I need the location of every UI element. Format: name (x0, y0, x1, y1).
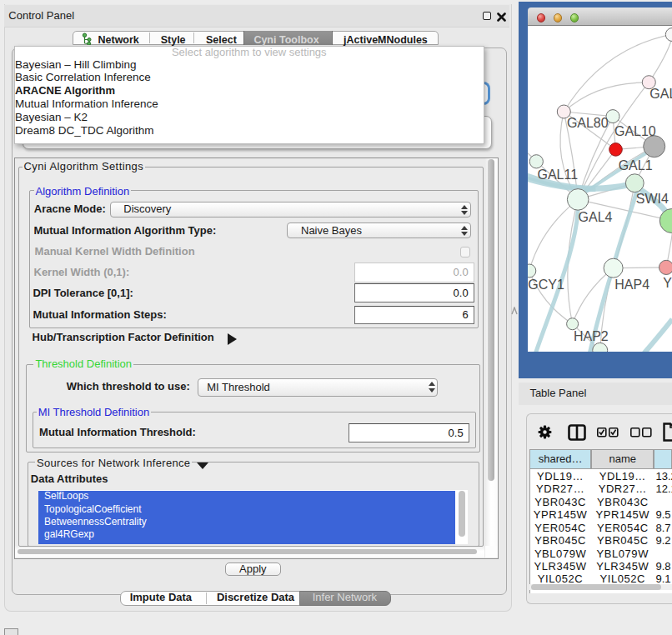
svg-text:GAL2: GAL2 (649, 87, 672, 101)
svg-text:GAL80: GAL80 (567, 116, 609, 130)
svg-text:HAP2: HAP2 (574, 329, 609, 343)
svg-text:GCY1: GCY1 (528, 278, 564, 292)
svg-text:SWI4: SWI4 (635, 192, 668, 206)
svg-text:GAL4: GAL4 (578, 210, 612, 224)
svg-text:GAL10: GAL10 (614, 124, 656, 138)
svg-text:YHR: YHR (663, 276, 672, 290)
svg-text:GAL1: GAL1 (618, 158, 652, 172)
svg-text:GAL11: GAL11 (537, 168, 578, 182)
svg-text:HAP4: HAP4 (614, 278, 649, 292)
